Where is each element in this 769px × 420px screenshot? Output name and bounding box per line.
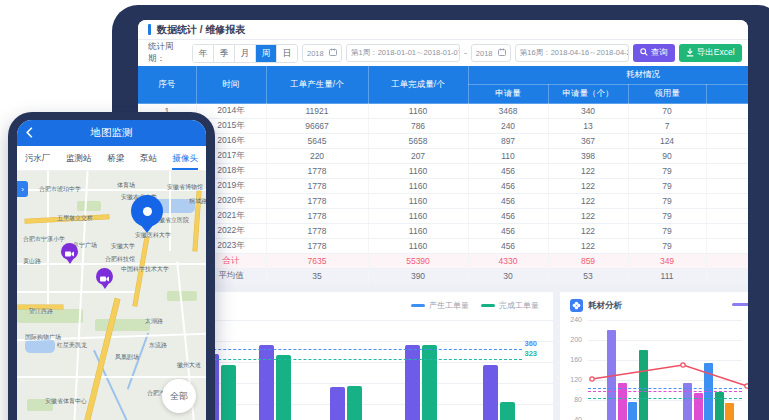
map-label: 五里墩立交桥 xyxy=(57,214,93,223)
right-chart-title: 耗材分析 xyxy=(588,300,622,312)
phone-tab-摄像头[interactable]: 摄像头 xyxy=(171,146,201,170)
table-row: 12014年1192111603468340702500 xyxy=(138,104,748,119)
query-button[interactable]: 查询 xyxy=(633,44,675,62)
breadcrumb-accent-bar xyxy=(148,24,151,35)
phone-title: 地图监测 xyxy=(91,126,133,140)
map[interactable]: › 全部 合肥市琥珀中学体育场安徽农业大学安徽省博物馆五里墩立交桥合肥市宁溪小学… xyxy=(17,171,206,420)
reference-line-label: 323 xyxy=(524,349,537,358)
col-done: 工单完成量/个 xyxy=(368,66,468,104)
bar xyxy=(259,345,274,420)
year-start-select[interactable]: 2018 xyxy=(302,44,342,62)
chart-flower-icon xyxy=(570,299,583,312)
phone-mockup-frame: 地图监测 污水厂监测站桥梁泵站摄像头 xyxy=(8,112,215,420)
map-label: 望江西路 xyxy=(29,307,53,316)
camera-icon xyxy=(100,268,109,286)
bar xyxy=(483,365,498,420)
map-label: 安徽省博物馆 xyxy=(167,183,203,192)
year-end-select[interactable]: 2018 xyxy=(471,44,511,62)
table-row: 62019年1778116045612279670 xyxy=(138,179,748,194)
map-label: 国际购物广场 xyxy=(25,333,61,342)
export-excel-label: 导出Excel xyxy=(697,47,735,59)
selected-location-pin[interactable] xyxy=(131,195,163,239)
map-label: 安徽省体育中心 xyxy=(45,397,87,406)
week-range-start-input[interactable]: 第1周：2018-01-01～2018-01-07 xyxy=(346,44,460,62)
year-end-value: 2018 xyxy=(476,49,493,58)
map-label: 徽州大道 xyxy=(177,361,201,370)
map-park xyxy=(77,201,101,211)
camera-icon xyxy=(65,243,74,261)
report-table-wrap: 序号 时间 工单产生量/个 工单完成量/个 耗材情况 申请量 申请量（个） 领用… xyxy=(138,66,748,284)
table-header: 序号 时间 工单产生量/个 工单完成量/个 耗材情况 申请量 申请量（个） 领用… xyxy=(138,66,748,104)
period-option[interactable]: 月 xyxy=(235,45,256,62)
period-option[interactable]: 日 xyxy=(277,45,297,62)
bar xyxy=(422,345,437,420)
map-label: 桐城路 xyxy=(189,197,206,206)
map-label: 凤凰剧场 xyxy=(115,353,139,362)
week-range-end-input[interactable]: 第16周：2018-04-16～2018-04-22 xyxy=(515,44,629,62)
period-option[interactable]: 季 xyxy=(214,45,235,62)
col-sub-4: 金额 xyxy=(706,85,748,104)
calendar-icon xyxy=(329,48,337,58)
legend-label: 产生工单量 xyxy=(429,300,469,311)
period-option[interactable]: 年 xyxy=(193,45,214,62)
period-label: 统计周期： xyxy=(148,41,188,65)
right-chart-legend-swatch xyxy=(732,303,748,306)
map-road xyxy=(17,291,137,293)
filter-bar: 统计周期： 年季月周日 2018 第1周：2018-01-01～2018-01-… xyxy=(138,40,748,66)
col-created: 工单产生量/个 xyxy=(266,66,368,104)
left-chart-legend: 产生工单量完成工单量 xyxy=(411,300,539,311)
back-icon[interactable] xyxy=(26,127,33,140)
table-row: 32016年564556588973671241290 xyxy=(138,134,748,149)
period-segment[interactable]: 年季月周日 xyxy=(192,44,298,63)
table-total-row: 合计76355539043308593493300 xyxy=(138,254,748,269)
map-label: 合肥市琥珀中学 xyxy=(39,185,81,194)
calendar-icon xyxy=(498,48,506,58)
col-sub-3: 领用量 xyxy=(628,85,706,104)
table-body: 12014年119211160346834070250022015年966677… xyxy=(138,104,748,284)
charts-row: 产生工单量完成工单量 360323 耗材分析 2402001601208040 xyxy=(138,292,748,420)
camera-pin[interactable] xyxy=(61,243,78,267)
col-group-consumables: 耗材情况 xyxy=(468,66,748,85)
reference-line-label: 360 xyxy=(524,339,537,348)
map-label: 合肥市宁溪小学 xyxy=(23,235,65,244)
map-label: 黄山路 xyxy=(23,257,41,266)
camera-pin[interactable] xyxy=(96,268,113,292)
map-label: 合肥科技馆 xyxy=(105,255,135,264)
legend-swatch xyxy=(411,304,425,307)
col-sub-1: 申请量 xyxy=(468,85,548,104)
phone-tabs: 污水厂监测站桥梁泵站摄像头 xyxy=(17,146,206,171)
search-icon xyxy=(640,48,648,58)
phone-tab-监测站[interactable]: 监测站 xyxy=(64,146,94,170)
table-row: 72020年1778116045612279670 xyxy=(138,194,748,209)
download-icon xyxy=(686,48,694,59)
phone-header: 地图监测 xyxy=(17,120,206,146)
show-all-button[interactable]: 全部 xyxy=(162,379,196,413)
phone-tab-泵站[interactable]: 泵站 xyxy=(138,146,159,170)
table-row: 52018年1778116045612279670 xyxy=(138,164,748,179)
period-option[interactable]: 周 xyxy=(256,45,277,62)
bar xyxy=(330,387,345,420)
export-excel-button[interactable]: 导出Excel xyxy=(679,44,742,62)
legend-item: 完成工单量 xyxy=(481,300,539,311)
right-chart-header: 耗材分析 xyxy=(570,299,622,312)
week-range-end-value: 第16周：2018-04-16～2018-04-22 xyxy=(520,48,629,58)
map-expander-button[interactable]: › xyxy=(17,181,28,197)
legend-swatch xyxy=(481,304,495,307)
breadcrumb-text: 数据统计 / 维修报表 xyxy=(157,23,245,37)
query-button-label: 查询 xyxy=(651,47,668,59)
phone-tab-桥梁[interactable]: 桥梁 xyxy=(105,146,126,170)
week-range-start-value: 第1周：2018-01-01～2018-01-07 xyxy=(351,48,460,58)
table-row: 22015年966677862401376900 xyxy=(138,119,748,134)
col-sub-2: 申请量（个） xyxy=(548,85,628,104)
table-row: 102023年1778116045612279670 xyxy=(138,239,748,254)
table-row: 92022年1778116045612279670 xyxy=(138,224,748,239)
range-separator: - xyxy=(464,48,467,58)
table-row: 42017年22020711039890190 xyxy=(138,149,748,164)
dashboard-panel: 数据统计 / 维修报表 统计周期： 年季月周日 2018 第1周：2018-01… xyxy=(138,20,748,420)
bar xyxy=(405,345,420,420)
map-label: 东流路 xyxy=(149,341,167,350)
phone-tab-污水厂[interactable]: 污水厂 xyxy=(23,146,53,170)
map-label: 体育场 xyxy=(117,181,135,190)
map-road xyxy=(17,376,206,378)
map-label: 中国科学技术大学 xyxy=(121,265,169,274)
